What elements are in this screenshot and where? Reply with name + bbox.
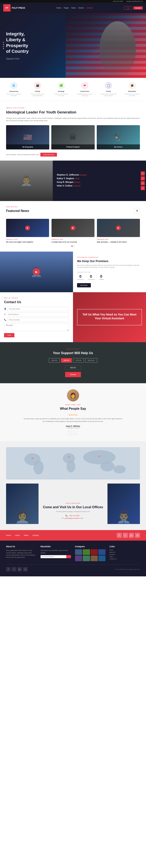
contact-phone-input[interactable] (7, 318, 69, 322)
stat-donations: 0 ...Staffers (98, 274, 104, 280)
category-education-desc: Everyone has a civil right to live healt… (124, 93, 140, 97)
instagram-item-7[interactable] (91, 556, 98, 561)
news-date-2: February 10, 2021 (51, 239, 95, 240)
category-policy[interactable]: 📋 Policy Safeguarding the welfare 8th ce… (97, 82, 120, 97)
offices-description: The best political campaign management s… (43, 510, 103, 513)
footer-social-tw[interactable]: t (12, 567, 16, 571)
subscribe-button[interactable]: Subscribe Now (40, 153, 57, 157)
about-card-program[interactable]: 🏛 Political Program (51, 125, 95, 150)
offices-subtitle: Our Location (43, 502, 103, 504)
category-family[interactable]: 👨‍👩‍👧 Family There is strength in unity,… (26, 82, 49, 97)
contact-name-input[interactable] (7, 307, 69, 311)
news-card-3[interactable]: ▶ February 08, 2021 Main principle — sta… (97, 219, 140, 243)
footer-social-fb[interactable]: f (6, 567, 10, 571)
nav-home[interactable]: Home (56, 7, 61, 9)
footer-links-home[interactable]: Home (110, 549, 140, 551)
stat-volunteers-label: Volunteers (77, 279, 84, 280)
all-events-button[interactable]: All Events (77, 283, 91, 287)
footer-links-contact[interactable]: Contact Us (110, 558, 140, 560)
category-education[interactable]: 🎓 Education Everyone has a civil right t… (120, 82, 144, 97)
news-nav-dot-1[interactable] (71, 246, 73, 247)
news-card-1[interactable]: ▶ February 14, 2021 We must once again c… (6, 219, 49, 243)
footer-fb-btn[interactable]: f (117, 533, 122, 538)
instagram-item-8[interactable] (98, 556, 105, 561)
footer-social-in[interactable]: in (23, 567, 28, 571)
nav-news[interactable]: News (71, 7, 76, 9)
footer-link-contact[interactable]: Contact (32, 534, 39, 536)
category-family-label: Family (35, 90, 40, 92)
policy-icon: 📋 (105, 82, 112, 89)
team-name-2: Kathy T. Hughes (57, 177, 74, 180)
team-person-photo: 👨‍💼 (0, 161, 53, 201)
footer-link-home[interactable]: Home (6, 534, 11, 536)
play-button-1[interactable]: ▶ (25, 225, 30, 230)
newsletter-email-input[interactable] (41, 555, 66, 558)
footer-instagram-col: Instagram (75, 546, 105, 561)
about-title: Ideological Leader For Youth Generation (6, 110, 140, 115)
nav-events[interactable]: Events (78, 7, 84, 9)
donate-submit-button[interactable]: Donate (65, 372, 81, 377)
contact-email-input[interactable] (6, 312, 69, 316)
instagram-item-1[interactable] (75, 549, 82, 555)
category-social-care[interactable]: ❤ Social Care Creating effectivities and… (73, 82, 97, 97)
footer-cta-bar: Home About News Contact f t g+ in (0, 530, 146, 540)
instagram-item-2[interactable] (83, 549, 90, 555)
news-card-2[interactable]: ▶ February 10, 2021 A simple plan to fix… (51, 219, 95, 243)
news-date-3: February 08, 2021 (97, 239, 140, 240)
avatar-image: 👩 (70, 393, 76, 398)
instagram-item-6[interactable] (83, 556, 90, 561)
person-icon: 👤 (4, 308, 6, 310)
social-linkedin[interactable]: in (141, 181, 145, 185)
category-democracy[interactable]: 🏛 Democracy Everyone has a civil right t… (2, 82, 26, 97)
category-ecology[interactable]: 🌿 Ecology A cleaner environment for ever… (49, 82, 73, 97)
amount-40[interactable]: $40.00 (61, 358, 72, 363)
play-button-2[interactable]: ▶ (71, 225, 75, 230)
category-education-label: Education (128, 90, 136, 92)
footer-tw-btn[interactable]: t (123, 533, 128, 538)
donate-button[interactable]: Donate (133, 6, 143, 9)
about-subtitle: About Politician (6, 107, 140, 109)
play-button-3[interactable]: ▶ (116, 225, 121, 230)
footer-links-services[interactable]: Services (110, 554, 140, 555)
footer-in-btn[interactable]: in (135, 533, 140, 538)
promises-play-button[interactable]: ▶ (33, 268, 40, 275)
footer-link-news[interactable]: News (24, 534, 29, 536)
team-name-3: Greg R. Morgan (57, 181, 74, 183)
send-button[interactable]: Send (4, 333, 15, 337)
amount-25[interactable]: $25.00 (49, 358, 60, 363)
nav-contact[interactable]: Contact (87, 7, 93, 9)
amount-75[interactable]: $75.00 (73, 358, 84, 363)
instagram-item-3[interactable] (91, 549, 98, 555)
footer-links-team[interactable]: Team (110, 556, 140, 557)
svg-point-9 (68, 457, 70, 458)
amount-100[interactable]: $100.00 (85, 358, 97, 363)
testimonial-next[interactable]: › (74, 431, 78, 435)
social-twitter[interactable]: t (141, 176, 145, 180)
social-youtube[interactable]: y (141, 186, 145, 190)
news-nav-dot-2[interactable] (73, 246, 75, 247)
offices-content: Our Location Come and Visit Us in Our Lo… (39, 498, 107, 524)
newsletter-submit[interactable]: → (66, 555, 71, 558)
logo[interactable]: PP POLIT PRESS (3, 4, 25, 11)
contact-message-input[interactable] (4, 323, 69, 331)
instagram-item-4[interactable] (98, 549, 105, 555)
footer-gp-btn[interactable]: g+ (129, 533, 134, 538)
social-facebook[interactable]: f (141, 172, 145, 176)
footer-social-gp[interactable]: g+ (18, 567, 22, 571)
testimonial-prev[interactable]: ‹ (68, 431, 72, 435)
category-democracy-desc: Everyone has a civil right to live healt… (6, 93, 22, 97)
about-card-biography[interactable]: 🇺🇸 My Biography (6, 125, 49, 150)
testimonial-heading: What People Say (6, 407, 140, 410)
about-card-visions[interactable]: 🦅 My Visions (97, 125, 140, 150)
news-overlay-3: ▶ (97, 219, 140, 237)
instagram-item-5[interactable] (75, 556, 82, 561)
contact-cta-section: Get In Touch Contact Us 👤 ✉ 📞 Send Tell … (0, 292, 146, 342)
footer-links-about[interactable]: About Us (110, 552, 140, 553)
footer-link-about[interactable]: About (15, 534, 20, 536)
team-role-3: Director (74, 181, 81, 183)
donate-custom-amount[interactable] (65, 366, 81, 370)
promises-content: Upcoming Campaign We Keep Our Promises E… (73, 252, 146, 292)
grid-view-button[interactable]: ⊞ (134, 208, 140, 214)
login-button[interactable]: Login (124, 6, 132, 10)
nav-pages[interactable]: Pages (64, 7, 69, 9)
